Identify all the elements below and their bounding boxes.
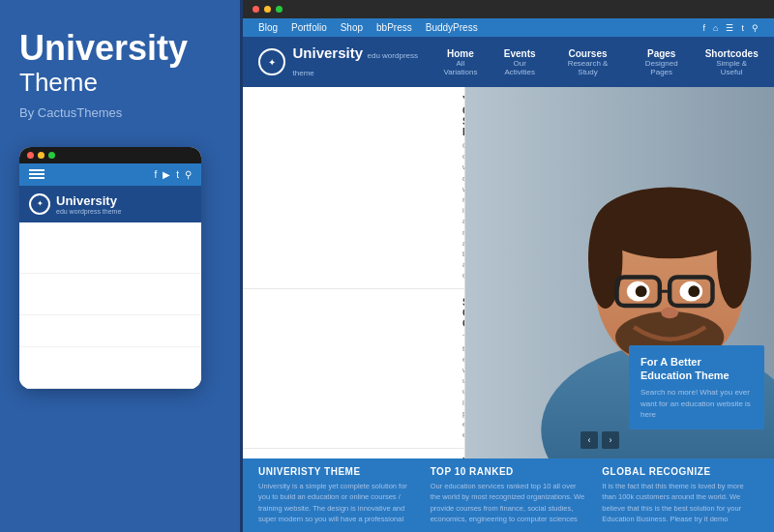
mobile-logo-tagline: edu wordpress theme bbox=[56, 208, 121, 215]
theme-subtitle: Theme bbox=[19, 68, 221, 98]
dot-red-icon bbox=[253, 6, 259, 13]
hero-card-desc: Search no more! What you ever want for a… bbox=[640, 387, 753, 420]
rss-icon: ☰ bbox=[726, 23, 733, 33]
svg-point-15 bbox=[661, 307, 678, 318]
hero-area: For A Better Education Theme Search no m… bbox=[465, 87, 774, 458]
site-main-nav: ✦ University edu wordpress theme Home Al… bbox=[243, 37, 774, 87]
nav-item-home[interactable]: Home All Variations bbox=[438, 48, 482, 76]
theme-title: University bbox=[19, 29, 221, 68]
facebook-icon: f bbox=[154, 169, 157, 180]
mobile-post-list: Your Career Starts Here Spark Of Genius … bbox=[19, 222, 201, 389]
hero-card-title: For A Better Education Theme bbox=[640, 355, 753, 383]
logo-emblem-icon: ✦ bbox=[258, 48, 285, 75]
search-icon: ⚲ bbox=[185, 169, 192, 180]
list-item: University Ranking bbox=[19, 315, 201, 347]
mobile-nav-icons: f ▶ t ⚲ bbox=[154, 169, 192, 180]
hero-navigation: ‹ › bbox=[580, 431, 619, 449]
mobile-logo-text: University bbox=[56, 193, 121, 208]
bottom-section-title: GLOBAL RECOGNIZE bbox=[602, 466, 759, 477]
bottom-section-title: UNIVERISTY THEME bbox=[258, 466, 415, 477]
hero-next-button[interactable]: › bbox=[602, 431, 619, 449]
bottom-section-title: TOP 10 RANKED bbox=[431, 466, 587, 477]
svg-point-6 bbox=[717, 209, 751, 309]
mobile-nav-bar: f ▶ t ⚲ bbox=[19, 163, 201, 186]
browser-chrome bbox=[243, 0, 774, 18]
blog-post-item: Your Career Starts Here On the other han… bbox=[243, 87, 464, 289]
hamburger-icon bbox=[29, 169, 45, 179]
svg-point-13 bbox=[636, 285, 647, 297]
list-item: Spark Of Genius bbox=[19, 274, 201, 315]
mobile-mockup: f ▶ t ⚲ ✦ University edu wordpress theme… bbox=[19, 147, 201, 389]
bottom-section-university: UNIVERISTY THEME University is a simple … bbox=[258, 466, 415, 524]
bottom-section-text: It is the fact that this theme is loved … bbox=[602, 481, 759, 524]
site-logo: ✦ University edu wordpress theme bbox=[258, 44, 438, 79]
bottom-section-text: Our education services ranked top 10 all… bbox=[431, 481, 587, 524]
nav-item-shortcodes[interactable]: Shortcodes Simple & Useful bbox=[704, 48, 759, 76]
mobile-logo-bar: ✦ University edu wordpress theme bbox=[19, 186, 201, 222]
left-panel: University Theme By CactusThemes f ▶ t ⚲… bbox=[0, 0, 240, 532]
top-nav-social-icons: f ⌂ ☰ t ⚲ bbox=[703, 23, 759, 33]
top-nav-bbpress[interactable]: bbPress bbox=[376, 22, 412, 33]
site-top-nav: Blog Portfolio Shop bbPress BuddyPress f… bbox=[243, 18, 774, 37]
site-nav-items: Home All Variations Events Our Activitie… bbox=[438, 48, 759, 76]
twitter-icon: t bbox=[741, 23, 744, 33]
nav-item-pages[interactable]: Pages Designed Pages bbox=[634, 48, 689, 76]
bottom-section-global: GLOBAL RECOGNIZE It is the fact that thi… bbox=[602, 466, 759, 524]
top-nav-buddypress[interactable]: BuddyPress bbox=[426, 22, 478, 33]
list-item: Your Career Starts Here bbox=[19, 222, 201, 274]
blog-post-item: University Ranking Some People and Stude… bbox=[243, 449, 464, 458]
theme-author: By CactusThemes bbox=[19, 105, 221, 120]
dot-green-icon bbox=[48, 152, 55, 159]
dot-red-icon bbox=[27, 152, 34, 159]
top-nav-blog[interactable]: Blog bbox=[258, 22, 278, 33]
youtube-icon: ▶ bbox=[163, 169, 170, 180]
bottom-section-ranked: TOP 10 RANKED Our education services ran… bbox=[431, 466, 587, 524]
top-nav-shop[interactable]: Shop bbox=[341, 22, 363, 33]
bottom-section-text: University is a simple yet complete solu… bbox=[258, 481, 415, 524]
blog-post-list: Your Career Starts Here On the other han… bbox=[243, 87, 465, 458]
home-icon: ⌂ bbox=[713, 23, 718, 33]
hero-prev-button[interactable]: ‹ bbox=[580, 431, 598, 449]
site-content: Your Career Starts Here On the other han… bbox=[243, 87, 774, 458]
dot-green-icon bbox=[276, 6, 283, 13]
right-panel: Blog Portfolio Shop bbPress BuddyPress f… bbox=[240, 0, 774, 532]
site-bottom-bar: UNIVERISTY THEME University is a simple … bbox=[243, 458, 774, 532]
mobile-browser-chrome bbox=[19, 147, 201, 163]
logo-text-block: University edu wordpress theme bbox=[293, 44, 439, 79]
nav-item-courses[interactable]: Courses Research & Study bbox=[557, 48, 618, 76]
facebook-icon: f bbox=[703, 23, 706, 33]
top-nav-links: Blog Portfolio Shop bbPress BuddyPress bbox=[258, 22, 478, 33]
blog-post-item: Spark Of Genius To take a trivial exampl… bbox=[243, 289, 464, 449]
site-name: University bbox=[293, 44, 364, 61]
nav-item-events[interactable]: Events Our Activities bbox=[497, 48, 542, 76]
mobile-logo-emblem: ✦ bbox=[29, 193, 50, 215]
dot-yellow-icon bbox=[38, 152, 45, 159]
top-nav-portfolio[interactable]: Portfolio bbox=[291, 22, 327, 33]
dot-yellow-icon bbox=[264, 6, 271, 13]
svg-point-14 bbox=[688, 285, 700, 297]
list-item: Our New Campus bbox=[19, 347, 201, 389]
twitter-icon: t bbox=[176, 169, 179, 180]
search-icon: ⚲ bbox=[752, 23, 759, 33]
hero-overlay-card: For A Better Education Theme Search no m… bbox=[629, 345, 764, 429]
